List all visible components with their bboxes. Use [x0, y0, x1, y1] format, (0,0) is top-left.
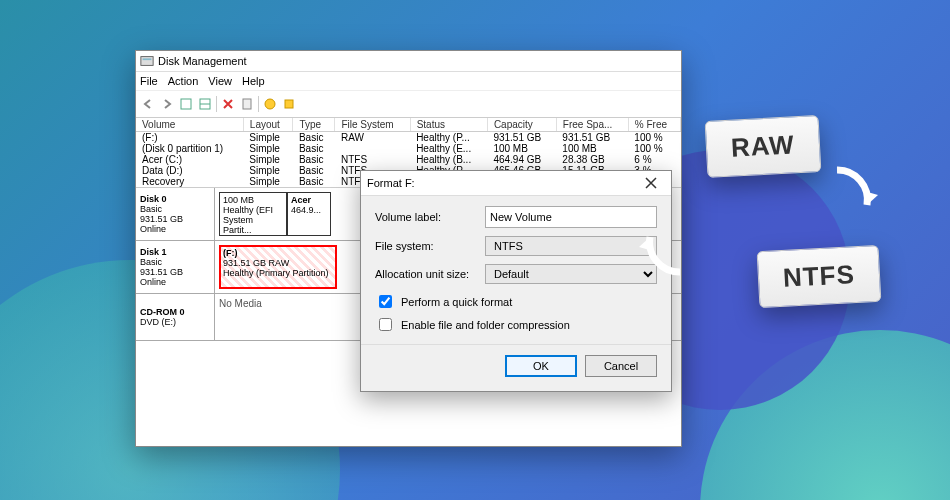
compression-checkbox[interactable]: [379, 318, 392, 331]
table-cell: NTFS: [335, 154, 410, 165]
menu-help[interactable]: Help: [242, 75, 265, 87]
table-cell: (Disk 0 partition 1): [136, 143, 243, 154]
table-cell: Recovery: [136, 176, 243, 187]
partition-size: 931.51 GB RAW: [223, 258, 333, 268]
delete-icon[interactable]: [220, 96, 236, 112]
svg-rect-6: [285, 100, 293, 108]
table-cell: 100 MB: [556, 143, 628, 154]
disk0-status: Online: [140, 224, 210, 234]
cdrom-sub: DVD (E:): [140, 317, 210, 327]
column-header[interactable]: Free Spa...: [556, 118, 628, 132]
table-cell: Acer (C:): [136, 154, 243, 165]
column-header[interactable]: File System: [335, 118, 410, 132]
back-icon[interactable]: [140, 96, 156, 112]
table-row[interactable]: (Disk 0 partition 1)SimpleBasicHealthy (…: [136, 143, 681, 154]
quick-format-label: Perform a quick format: [401, 296, 512, 308]
action-icon[interactable]: [281, 96, 297, 112]
disk1-type: Basic: [140, 257, 210, 267]
raw-badge: RAW: [705, 115, 821, 178]
table-cell: Healthy (E...: [410, 143, 487, 154]
column-header[interactable]: Type: [293, 118, 335, 132]
filesystem-select[interactable]: NTFS: [485, 236, 657, 256]
ntfs-badge: NTFS: [757, 245, 882, 308]
disk0-header[interactable]: Disk 0 Basic 931.51 GB Online: [136, 188, 215, 240]
svg-point-5: [265, 99, 275, 109]
table-cell: Simple: [243, 132, 293, 144]
partition-size: 464.9...: [291, 205, 327, 215]
table-cell: 6 %: [628, 154, 680, 165]
table-cell: [335, 143, 410, 154]
cdrom-nomedia: No Media: [215, 294, 266, 340]
format-title: Format F:: [367, 177, 415, 189]
forward-icon[interactable]: [159, 96, 175, 112]
cdrom-header[interactable]: CD-ROM 0 DVD (E:): [136, 294, 215, 340]
titlebar[interactable]: Disk Management: [136, 51, 681, 72]
table-cell: Healthy (P...: [410, 132, 487, 144]
compression-label: Enable file and folder compression: [401, 319, 570, 331]
arrow-down-icon: [822, 160, 882, 222]
partition-label: (F:): [223, 248, 238, 258]
column-header[interactable]: Status: [410, 118, 487, 132]
column-header[interactable]: Volume: [136, 118, 243, 132]
table-cell: 931.51 GB: [556, 132, 628, 144]
partition-status: Healthy (EFI System Partit...: [223, 205, 283, 235]
disk1-size: 931.51 GB: [140, 267, 210, 277]
disk0-partition-efi[interactable]: 100 MB Healthy (EFI System Partit...: [219, 192, 287, 236]
volume-label-input[interactable]: [485, 206, 657, 228]
column-header[interactable]: Capacity: [487, 118, 556, 132]
disk1-header[interactable]: Disk 1 Basic 931.51 GB Online: [136, 241, 215, 293]
table-cell: RAW: [335, 132, 410, 144]
table-cell: Basic: [293, 143, 335, 154]
table-cell: Basic: [293, 165, 335, 176]
table-cell: Data (D:): [136, 165, 243, 176]
svg-rect-2: [181, 99, 191, 109]
table-cell: Simple: [243, 143, 293, 154]
menu-action[interactable]: Action: [168, 75, 199, 87]
close-icon[interactable]: [637, 173, 665, 193]
cancel-button[interactable]: Cancel: [585, 355, 657, 377]
disk1-partition-f[interactable]: (F:) 931.51 GB RAW Healthy (Primary Part…: [219, 245, 337, 289]
table-cell: 28.38 GB: [556, 154, 628, 165]
disk0-type: Basic: [140, 204, 210, 214]
svg-rect-0: [141, 57, 153, 66]
svg-rect-4: [243, 99, 251, 109]
partition-status: Healthy (Primary Partition): [223, 268, 333, 278]
window-title: Disk Management: [158, 55, 247, 67]
table-cell: Simple: [243, 176, 293, 187]
table-cell: Healthy (B...: [410, 154, 487, 165]
table-cell: 100 MB: [487, 143, 556, 154]
allocation-label: Allocation unit size:: [375, 268, 485, 280]
table-row[interactable]: Acer (C:)SimpleBasicNTFSHealthy (B...464…: [136, 154, 681, 165]
up-icon[interactable]: [178, 96, 194, 112]
partition-label: Acer: [291, 195, 311, 205]
disk0-size: 931.51 GB: [140, 214, 210, 224]
table-cell: Basic: [293, 132, 335, 144]
menu-view[interactable]: View: [208, 75, 232, 87]
cdrom-name: CD-ROM 0: [140, 307, 210, 317]
disk-management-icon: [140, 54, 154, 68]
disk0-name: Disk 0: [140, 194, 210, 204]
table-cell: 464.94 GB: [487, 154, 556, 165]
table-cell: Basic: [293, 154, 335, 165]
filesystem-label: File system:: [375, 240, 485, 252]
arrow-up-icon: [635, 222, 695, 284]
format-titlebar[interactable]: Format F:: [361, 171, 671, 196]
menu-file[interactable]: File: [140, 75, 158, 87]
svg-rect-1: [143, 58, 152, 60]
table-cell: (F:): [136, 132, 243, 144]
allocation-select[interactable]: Default: [485, 264, 657, 284]
ok-button[interactable]: OK: [505, 355, 577, 377]
disk1-name: Disk 1: [140, 247, 210, 257]
refresh-icon[interactable]: [197, 96, 213, 112]
properties-icon[interactable]: [239, 96, 255, 112]
table-cell: 100 %: [628, 143, 680, 154]
disk0-partition-acer[interactable]: Acer 464.9...: [287, 192, 331, 236]
help-icon[interactable]: [262, 96, 278, 112]
toolbar: [136, 90, 681, 118]
table-cell: Simple: [243, 154, 293, 165]
column-header[interactable]: % Free: [628, 118, 680, 132]
column-header[interactable]: Layout: [243, 118, 293, 132]
table-row[interactable]: (F:)SimpleBasicRAWHealthy (P...931.51 GB…: [136, 132, 681, 144]
volume-label-text: Volume label:: [375, 211, 485, 223]
quick-format-checkbox[interactable]: [379, 295, 392, 308]
